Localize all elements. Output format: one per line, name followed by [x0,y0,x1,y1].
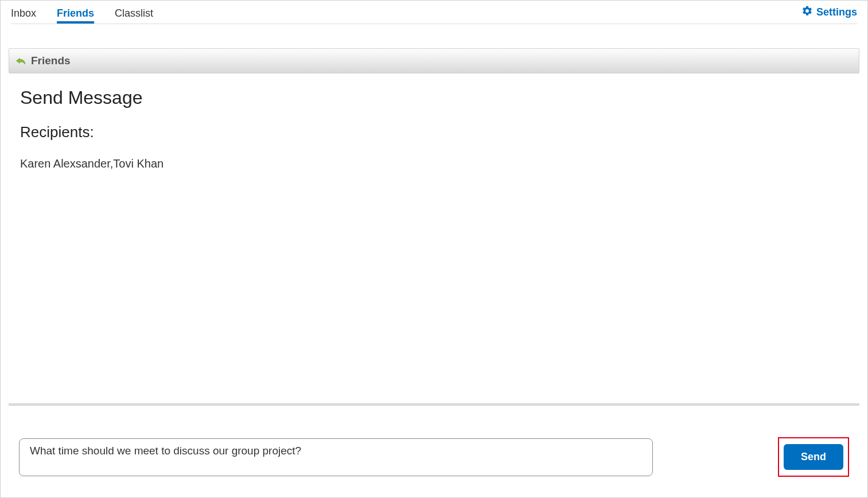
tab-friends[interactable]: Friends [57,1,94,24]
send-highlight-box: Send [778,437,849,477]
back-arrow-icon[interactable] [15,55,26,67]
tab-inbox[interactable]: Inbox [11,1,36,24]
compose-row: Send [19,437,849,477]
content-area: Send Message Recipients: Karen Alexsande… [1,73,867,170]
top-nav: Inbox Friends Classlist Settings [1,1,867,24]
tab-classlist[interactable]: Classlist [115,1,153,24]
recipients-value: Karen Alexsander,Tovi Khan [20,157,848,170]
gear-icon [801,5,813,20]
breadcrumb-label[interactable]: Friends [31,55,71,67]
send-wrap: Send [663,437,849,477]
page-title: Send Message [20,87,848,108]
recipients-label: Recipients: [20,123,848,141]
settings-label: Settings [816,6,857,18]
section-divider [9,403,859,406]
tabs: Inbox Friends Classlist [11,1,153,24]
breadcrumb-bar: Friends [9,48,859,73]
settings-link[interactable]: Settings [801,5,857,20]
send-button[interactable]: Send [784,444,843,470]
nav-divider [11,24,857,24]
message-input[interactable] [19,438,653,476]
